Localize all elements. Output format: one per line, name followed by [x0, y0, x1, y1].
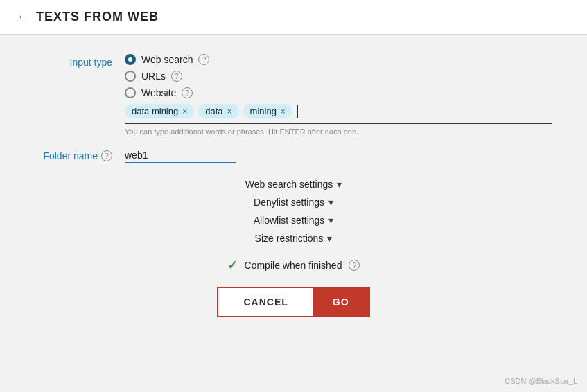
folder-name-input[interactable]: [125, 148, 236, 163]
compile-help-icon[interactable]: ?: [349, 260, 360, 271]
buttons-border-box: CANCEL GO: [217, 287, 369, 317]
input-type-label: Input type: [35, 54, 125, 68]
tags-hint-text: You can type additional words or phrases…: [125, 127, 552, 136]
collapsible-section: Web search settings ▾ Denylist settings …: [35, 179, 552, 244]
denylist-settings-label: Denylist settings: [254, 197, 324, 208]
header: ← TEXTS FROM WEB: [0, 0, 587, 35]
tag-data-mining-label: data mining: [132, 106, 178, 116]
radio-website[interactable]: Website ?: [125, 87, 552, 98]
input-type-row: Input type Web search ? URLs ? Website ?…: [35, 54, 552, 136]
cancel-button[interactable]: CANCEL: [218, 288, 313, 316]
page-title: TEXTS FROM WEB: [36, 10, 159, 24]
size-restrictions-label: Size restrictions: [255, 233, 324, 244]
go-button[interactable]: GO: [313, 288, 369, 316]
denylist-settings-arrow: ▾: [328, 197, 333, 208]
web-search-settings-label: Web search settings: [245, 179, 333, 190]
back-button[interactable]: ←: [17, 10, 29, 24]
denylist-settings-item[interactable]: Denylist settings ▾: [254, 197, 333, 208]
radio-web-search-label: Web search: [141, 54, 193, 65]
size-restrictions-item[interactable]: Size restrictions ▾: [255, 233, 333, 244]
radio-urls-label: URLs: [141, 71, 166, 82]
compile-label: Compile when finished: [245, 260, 342, 271]
tag-mining-close[interactable]: ×: [281, 107, 286, 116]
folder-name-label: Folder name ?: [35, 150, 125, 161]
tag-mining[interactable]: mining ×: [243, 104, 292, 118]
web-search-help-icon[interactable]: ?: [198, 54, 209, 65]
web-search-settings-arrow: ▾: [337, 179, 342, 190]
website-help-icon[interactable]: ?: [182, 87, 193, 98]
radio-web-search[interactable]: Web search ?: [125, 54, 552, 65]
watermark: CSDN @BlackStar_L: [505, 377, 577, 385]
tag-data-label: data: [205, 106, 222, 116]
radio-web-search-circle[interactable]: [125, 54, 136, 65]
folder-name-help-icon[interactable]: ?: [101, 150, 112, 161]
tags-input-area[interactable]: data mining × data × mining ×: [125, 104, 552, 124]
allowlist-settings-label: Allowlist settings: [254, 215, 325, 226]
radio-website-label: Website: [141, 87, 176, 98]
compile-checkmark: ✓: [227, 258, 238, 273]
buttons-section: CANCEL GO: [35, 287, 552, 317]
urls-help-icon[interactable]: ?: [171, 71, 182, 82]
compile-row: ✓ Compile when finished ?: [35, 258, 552, 273]
radio-urls-circle[interactable]: [125, 71, 136, 82]
allowlist-settings-arrow: ▾: [328, 215, 333, 226]
input-type-controls: Web search ? URLs ? Website ? data minin…: [125, 54, 552, 136]
tag-mining-label: mining: [250, 106, 277, 116]
main-content: Input type Web search ? URLs ? Website ?…: [0, 35, 587, 392]
tag-data-mining-close[interactable]: ×: [182, 107, 187, 116]
allowlist-settings-item[interactable]: Allowlist settings ▾: [254, 215, 334, 226]
tag-data-close[interactable]: ×: [227, 107, 232, 116]
folder-name-row: Folder name ?: [35, 148, 552, 163]
tags-cursor: [297, 105, 298, 118]
radio-website-circle[interactable]: [125, 87, 136, 98]
size-restrictions-arrow: ▾: [327, 233, 332, 244]
web-search-settings-item[interactable]: Web search settings ▾: [245, 179, 342, 190]
radio-urls[interactable]: URLs ?: [125, 71, 552, 82]
tag-data[interactable]: data ×: [198, 104, 238, 118]
tag-data-mining[interactable]: data mining ×: [125, 104, 194, 118]
